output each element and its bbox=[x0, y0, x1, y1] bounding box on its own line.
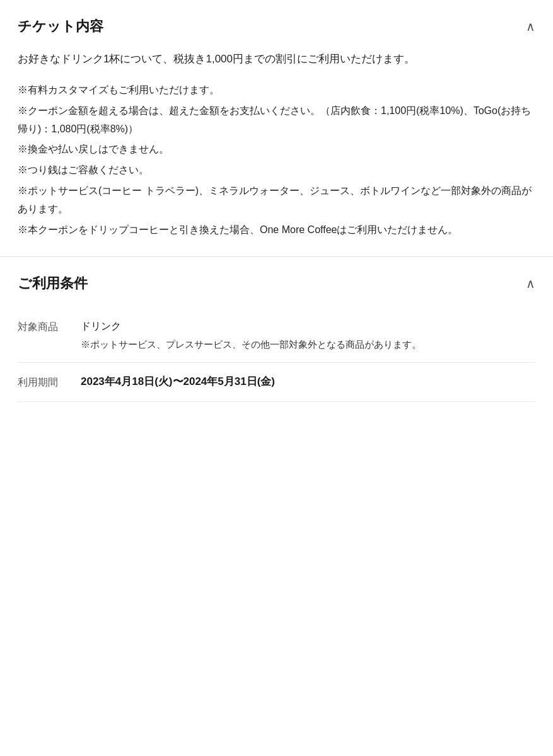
ticket-note-3: ※換金や払い戻しはできません。 bbox=[18, 140, 535, 159]
ticket-main-description: お好きなドリンク1杯について、税抜き1,000円までの割引にご利用いただけます。 bbox=[18, 50, 535, 69]
condition-label-product: 対象商品 bbox=[18, 318, 81, 335]
ticket-note-1: ※有料カスタマイズもご利用いただけます。 bbox=[18, 81, 535, 100]
ticket-note-5: ※ポットサービス(コーヒー トラベラー)、ミネラルウォーター、ジュース、ボトルワ… bbox=[18, 182, 535, 219]
conditions-table: 対象商品 ドリンク ※ポットサービス、プレスサービス、その他一部対象外となる商品… bbox=[18, 307, 535, 402]
usage-conditions-collapse-button[interactable]: ∧ bbox=[526, 273, 535, 294]
condition-product-note: ※ポットサービス、プレスサービス、その他一部対象外となる商品があります。 bbox=[81, 337, 535, 352]
ticket-note-2: ※クーポン金額を超える場合は、超えた金額をお支払いください。（店内飲食：1,10… bbox=[18, 102, 535, 139]
usage-conditions-section: ご利用条件 ∧ 対象商品 ドリンク ※ポットサービス、プレスサービス、その他一部… bbox=[0, 257, 553, 411]
condition-value-period: 2023年4月18日(火)〜2024年5月31日(金) bbox=[81, 373, 535, 391]
condition-label-period: 利用期間 bbox=[18, 373, 81, 391]
condition-value-product: ドリンク ※ポットサービス、プレスサービス、その他一部対象外となる商品があります… bbox=[81, 318, 535, 352]
condition-product-main: ドリンク bbox=[81, 321, 121, 331]
condition-row-period: 利用期間 2023年4月18日(火)〜2024年5月31日(金) bbox=[18, 363, 535, 402]
usage-conditions-title: ご利用条件 bbox=[18, 272, 88, 294]
ticket-contents-collapse-button[interactable]: ∧ bbox=[526, 16, 535, 37]
ticket-notes: ※有料カスタマイズもご利用いただけます。 ※クーポン金額を超える場合は、超えた金… bbox=[18, 81, 535, 239]
ticket-contents-header: チケット内容 ∧ bbox=[18, 15, 535, 37]
condition-row-product: 対象商品 ドリンク ※ポットサービス、プレスサービス、その他一部対象外となる商品… bbox=[18, 307, 535, 363]
ticket-contents-body: お好きなドリンク1杯について、税抜き1,000円までの割引にご利用いただけます。… bbox=[18, 50, 535, 239]
ticket-note-6: ※本クーポンをドリップコーヒーと引き換えた場合、One More Coffeeは… bbox=[18, 221, 535, 239]
ticket-note-4: ※つり銭はご容赦ください。 bbox=[18, 161, 535, 180]
ticket-contents-title: チケット内容 bbox=[18, 15, 103, 37]
usage-conditions-header: ご利用条件 ∧ bbox=[18, 272, 535, 294]
ticket-contents-section: チケット内容 ∧ お好きなドリンク1杯について、税抜き1,000円までの割引にご… bbox=[0, 0, 553, 256]
